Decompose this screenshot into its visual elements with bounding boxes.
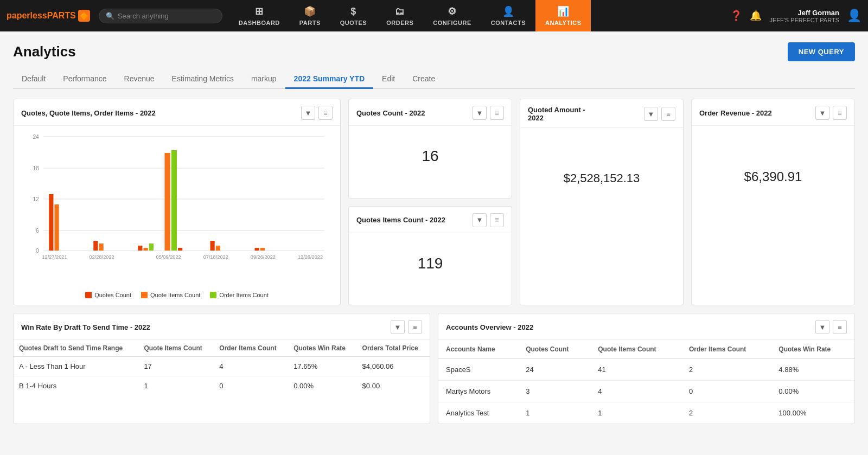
tab-create[interactable]: Create <box>404 70 444 89</box>
svg-rect-22 <box>210 241 215 251</box>
table-row: Analytics Test 1 1 2 100.00% <box>438 402 854 424</box>
acol-name: Accounts Name <box>438 340 518 359</box>
notifications-icon[interactable]: 🔔 <box>750 10 762 22</box>
quote-items-count-actions: ▼ ≡ <box>473 213 504 227</box>
svg-rect-10 <box>49 194 53 251</box>
logo-icon: 🔶 <box>78 10 90 22</box>
nav-item-dashboard[interactable]: ⊞ DASHBOARD <box>229 0 290 31</box>
order-revenue-filter-button[interactable]: ▼ <box>815 106 829 120</box>
table-row: SpaceS 24 41 2 4.88% <box>438 359 854 381</box>
cell-account-quotes-count: 1 <box>518 402 590 424</box>
user-name: Jeff Gorman <box>769 9 839 17</box>
order-revenue-actions: ▼ ≡ <box>815 106 847 120</box>
cell-account-name: Analytics Test <box>438 402 518 424</box>
search-icon: 🔍 <box>106 12 114 20</box>
nav-item-configure[interactable]: ⚙ CONFIGURE <box>423 0 481 31</box>
acol-order-items: Order Items Count <box>681 340 771 359</box>
tab-markup[interactable]: markup <box>242 70 285 89</box>
svg-text:18: 18 <box>33 165 39 171</box>
user-info: Jeff Gorman JEFF'S PERFECT PARTS <box>769 9 839 23</box>
svg-rect-19 <box>164 153 170 251</box>
order-revenue-header: Order Revenue - 2022 ▼ ≡ <box>692 99 854 126</box>
orders-icon: 🗂 <box>395 6 405 17</box>
chart-card-header: Quotes, Quote Items, Order Items - 2022 … <box>14 99 340 126</box>
svg-rect-17 <box>144 248 148 251</box>
cell-account-quotes-count: 24 <box>518 359 590 381</box>
legend-quote-items: Quote Items Count <box>141 292 200 298</box>
search-box[interactable]: 🔍 <box>99 9 222 23</box>
cell-account-name: Martys Motors <box>438 381 518 402</box>
main-grid-row1: Quotes, Quote Items, Order Items - 2022 … <box>13 99 855 305</box>
quote-items-count-value: 119 <box>349 233 512 294</box>
win-rate-table: Quotes Draft to Send Time Range Quote It… <box>14 340 430 395</box>
quote-items-filter-button[interactable]: ▼ <box>473 213 487 227</box>
nav-item-quotes[interactable]: $ QUOTES <box>330 0 376 31</box>
tab-revenue[interactable]: Revenue <box>116 70 163 89</box>
table-row: B 1-4 Hours 1 0 0.00% $0.00 <box>14 376 430 396</box>
search-input[interactable] <box>118 12 215 20</box>
chart-menu-button[interactable]: ≡ <box>318 106 333 120</box>
chart-card: Quotes, Quote Items, Order Items - 2022 … <box>13 99 341 305</box>
nav-item-analytics[interactable]: 📊 ANALYTICS <box>535 0 591 31</box>
quoted-amount-card: Quoted Amount - 2022 ▼ ≡ $2,528,152.13 <box>520 99 684 305</box>
quote-items-count-card: Quotes Items Count - 2022 ▼ ≡ 119 <box>348 206 512 306</box>
col-quote-items: Quote Items Count <box>138 340 214 357</box>
tab-default[interactable]: Default <box>13 70 54 89</box>
logo[interactable]: paperlessPARTS 🔶 <box>7 10 90 22</box>
quote-items-menu-button[interactable]: ≡ <box>490 213 504 227</box>
avatar-icon[interactable]: 👤 <box>847 9 861 23</box>
dashboard-icon: ⊞ <box>255 5 264 17</box>
svg-text:09/26/2022: 09/26/2022 <box>251 254 276 260</box>
legend-quotes-count: Quotes Count <box>85 292 131 298</box>
svg-rect-21 <box>178 248 182 251</box>
win-rate-menu-button[interactable]: ≡ <box>408 320 422 334</box>
table-row: Martys Motors 3 4 0 0.00% <box>438 381 854 402</box>
accounts-menu-button[interactable]: ≡ <box>833 320 847 334</box>
new-query-button[interactable]: NEW QUERY <box>788 42 855 61</box>
page-title: Analytics <box>13 43 76 60</box>
help-icon[interactable]: ❓ <box>730 10 742 22</box>
accounts-title: Accounts Overview - 2022 <box>446 323 533 331</box>
quoted-amount-menu-button[interactable]: ≡ <box>661 107 675 121</box>
nav-item-contacts[interactable]: 👤 CONTACTS <box>481 0 535 31</box>
legend-quote-items-dot <box>141 292 148 298</box>
win-rate-filter-button[interactable]: ▼ <box>391 320 405 334</box>
svg-text:02/28/2022: 02/28/2022 <box>90 254 114 260</box>
cell-account-quote-items: 41 <box>590 359 681 381</box>
tab-performance[interactable]: Performance <box>54 70 115 89</box>
accounts-table: Accounts Name Quotes Count Quote Items C… <box>438 340 854 424</box>
main-grid-row2: Win Rate By Draft To Send Time - 2022 ▼ … <box>13 313 855 424</box>
win-rate-title: Win Rate By Draft To Send Time - 2022 <box>21 323 150 331</box>
tab-edit[interactable]: Edit <box>373 70 404 89</box>
win-rate-body: Quotes Draft to Send Time Range Quote It… <box>14 340 430 395</box>
svg-rect-11 <box>55 204 59 251</box>
cell-orders-total: $0.00 <box>357 376 430 396</box>
chart-filter-button[interactable]: ▼ <box>301 106 315 120</box>
tab-estimating[interactable]: Estimating Metrics <box>163 70 242 89</box>
nav-right: ❓ 🔔 Jeff Gorman JEFF'S PERFECT PARTS 👤 <box>730 9 861 23</box>
order-revenue-menu-button[interactable]: ≡ <box>833 106 847 120</box>
nav-item-orders[interactable]: 🗂 ORDERS <box>376 0 423 31</box>
order-revenue-card: Order Revenue - 2022 ▼ ≡ $6,390.91 <box>691 99 855 305</box>
svg-text:24: 24 <box>33 134 39 140</box>
svg-rect-13 <box>93 241 98 251</box>
svg-text:07/18/2022: 07/18/2022 <box>203 254 228 260</box>
svg-text:05/09/2022: 05/09/2022 <box>156 254 181 260</box>
quotes-count-card: Quotes Count - 2022 ▼ ≡ 16 <box>348 99 512 198</box>
cell-quote-items: 1 <box>138 376 214 396</box>
accounts-filter-button[interactable]: ▼ <box>815 320 829 334</box>
svg-text:12/27/2021: 12/27/2021 <box>42 254 67 260</box>
svg-text:0: 0 <box>36 248 39 254</box>
cell-quotes-win: 17.65% <box>288 357 356 376</box>
quotes-count-menu-button[interactable]: ≡ <box>490 106 504 120</box>
accounts-actions: ▼ ≡ <box>815 320 847 334</box>
quotes-count-header: Quotes Count - 2022 ▼ ≡ <box>349 99 512 126</box>
bar-chart: 24 18 12 6 0 <box>21 131 333 261</box>
tab-summary[interactable]: 2022 Summary YTD <box>285 70 373 89</box>
cell-orders-total: $4,060.06 <box>357 357 430 376</box>
cell-account-win-rate: 4.88% <box>771 359 854 381</box>
col-order-items: Order Items Count <box>214 340 288 357</box>
quotes-count-filter-button[interactable]: ▼ <box>473 106 487 120</box>
nav-item-parts[interactable]: 📦 PARTS <box>290 0 330 31</box>
quoted-amount-filter-button[interactable]: ▼ <box>644 107 658 121</box>
